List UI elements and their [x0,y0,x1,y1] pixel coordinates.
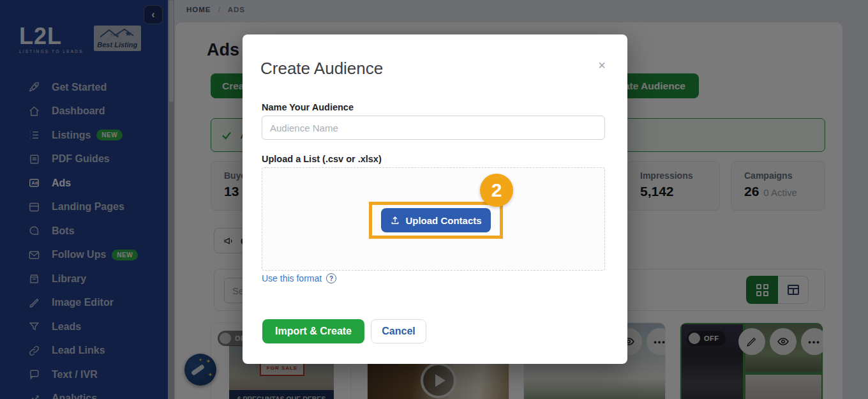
step-2-badge: 2 [480,174,513,207]
audience-name-input[interactable] [262,116,605,140]
upload-icon [390,215,400,225]
tutorial-highlight-frame: Upload Contacts [369,202,503,239]
import-create-button[interactable]: Import & Create [262,319,364,343]
close-icon[interactable]: × [598,59,606,72]
upload-list-label: Upload a List (.csv or .xlsx) [262,154,382,164]
use-this-format-link[interactable]: Use this format [262,273,322,283]
upload-contacts-button[interactable]: Upload Contacts [381,208,491,232]
name-audience-label: Name Your Audience [262,102,354,112]
cancel-button[interactable]: Cancel [371,319,426,343]
help-icon[interactable]: ? [326,273,336,283]
modal-title: Create Audience [260,59,383,79]
format-row: Use this format ? [262,273,336,283]
upload-contacts-label: Upload Contacts [405,215,481,226]
create-audience-modal: Create Audience × Name Your Audience Upl… [243,34,627,364]
